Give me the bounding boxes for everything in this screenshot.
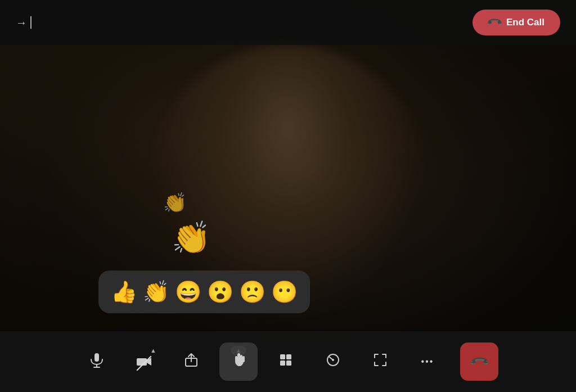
apps-button[interactable]: [267, 343, 305, 381]
camera-off-icon: [136, 355, 152, 368]
mic-icon: [89, 352, 104, 372]
svg-rect-3: [137, 358, 147, 366]
camera-group: ▲: [125, 343, 163, 381]
phone-icon: 📞: [485, 13, 503, 31]
svg-rect-11: [280, 361, 285, 366]
bottom-toolbar: ▲: [0, 331, 576, 392]
end-call-tool-button[interactable]: 📞: [460, 343, 498, 381]
more-icon: •••: [421, 357, 434, 367]
end-call-button[interactable]: 📞 End Call: [472, 10, 560, 35]
apps-group: [267, 343, 305, 381]
more-button[interactable]: •••: [408, 343, 447, 381]
top-bar: → 📞 End Call: [0, 0, 576, 45]
fullscreen-icon: [373, 353, 388, 371]
reaction-surprised[interactable]: 😮: [207, 280, 233, 304]
end-call-phone-icon: 📞: [469, 351, 489, 372]
mic-button[interactable]: [78, 343, 116, 381]
svg-rect-10: [286, 354, 291, 359]
raise-hand-icon: [231, 352, 246, 372]
speed-icon: [326, 353, 340, 371]
camera-button[interactable]: [125, 343, 163, 381]
reactions-group: ▲: [219, 343, 258, 381]
more-group: •••: [408, 343, 447, 381]
reaction-grin[interactable]: 😄: [175, 280, 201, 304]
arrow-right-icon: →: [16, 16, 27, 29]
cursor-indicator: [30, 16, 32, 29]
share-button[interactable]: [172, 343, 210, 381]
quality-button[interactable]: [314, 343, 352, 381]
share-icon: [184, 353, 199, 371]
svg-rect-12: [286, 361, 291, 366]
reaction-thumbsup[interactable]: 👍: [111, 280, 137, 304]
grid-icon: [279, 353, 292, 371]
video-call-app: → 📞 End Call 👏 👏 👍 👏 😄 😮 🙁 😶: [0, 0, 576, 392]
svg-rect-9: [280, 354, 285, 359]
fullscreen-group: [361, 343, 399, 381]
reaction-popup: 👍 👏 😄 😮 🙁 😶: [98, 271, 310, 313]
svg-rect-0: [94, 353, 99, 362]
share-group: [172, 343, 210, 381]
svg-point-14: [332, 359, 334, 361]
quality-group: [314, 343, 352, 381]
reaction-neutral[interactable]: 😶: [271, 280, 298, 304]
collapse-button[interactable]: →: [16, 16, 32, 29]
fullscreen-button[interactable]: [361, 343, 399, 381]
end-call-label: End Call: [506, 17, 544, 28]
mic-group: [78, 343, 116, 381]
svg-rect-5: [237, 353, 240, 362]
reactions-button[interactable]: [219, 343, 258, 381]
reaction-sad[interactable]: 🙁: [239, 280, 266, 304]
reaction-clap[interactable]: 👏: [143, 280, 169, 304]
